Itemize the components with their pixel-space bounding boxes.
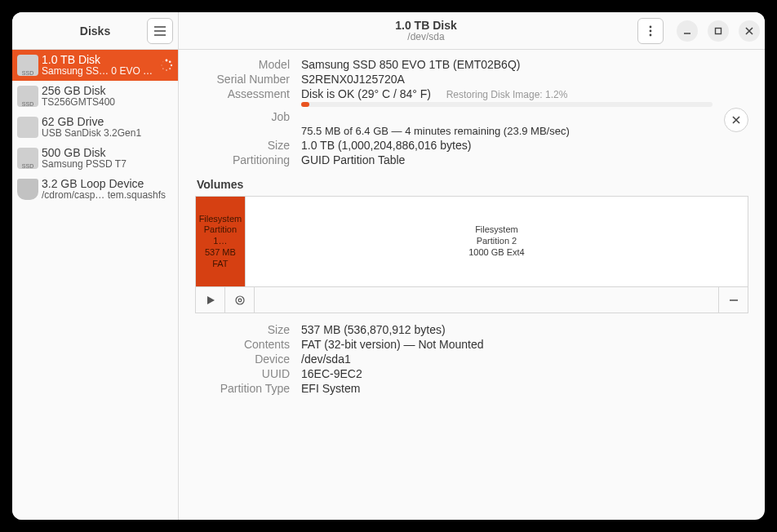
label-partitioning: Partitioning (195, 153, 290, 166)
disk-item-title: 62 GB Drive (42, 115, 173, 128)
mount-button[interactable] (196, 287, 225, 313)
volumes-box: FilesystemPartition 1…537 MB FATFilesyst… (195, 196, 748, 287)
label-vol-contents: Contents (195, 338, 290, 351)
svg-point-4 (166, 69, 167, 71)
volume-title: Filesystem (475, 224, 518, 236)
disk-item-text: 62 GB DriveUSB SanDisk 3.2Gen1 (42, 115, 173, 140)
window-title: 1.0 TB Disk (215, 19, 637, 32)
title-center: 1.0 TB Disk /dev/sda (215, 19, 637, 43)
disk-item-title: 3.2 GB Loop Device (42, 177, 173, 190)
volume-size-label: 1000 GB Ext4 (468, 247, 525, 259)
job-caption: Restoring Disk Image: 1.2% (301, 89, 713, 100)
svg-point-7 (162, 61, 163, 62)
label-assessment: Assessment (195, 87, 290, 100)
volume-details: Size 537 MB (536,870,912 bytes) Contents… (195, 323, 748, 395)
disk-item-title: 500 GB Disk (42, 146, 173, 159)
volume-partition-label: Partition 1… (196, 224, 245, 247)
disk-item-subtitle: Samsung SS… 0 EVO 1TB (42, 66, 157, 78)
loop-drive-icon (17, 179, 38, 200)
svg-point-6 (161, 64, 162, 66)
content: Model Samsung SSD 850 EVO 1TB (EMT02B6Q)… (179, 50, 765, 520)
disk-item-text: 3.2 GB Loop Device/cdrom/casp… tem.squas… (42, 177, 173, 202)
value-vol-device: /dev/sda1 (301, 352, 748, 366)
disk-item-text: 256 GB DiskTS256GMTS400 (42, 84, 173, 109)
label-vol-device: Device (195, 352, 290, 366)
disk-item-text: 1.0 TB DiskSamsung SS… 0 EVO 1TB (42, 53, 157, 78)
value-partitioning: GUID Partition Table (301, 153, 748, 166)
disk-item-text: 500 GB DiskSamsung PSSD T7 (42, 146, 173, 171)
label-vol-ptype: Partition Type (195, 382, 290, 395)
cancel-job-button[interactable] (724, 108, 748, 132)
job-status: 75.5 MB of 6.4 GB — 4 minutes remaining … (301, 125, 713, 137)
ssd-drive-icon: SSD (17, 86, 38, 107)
sidebar-title: Disks (80, 24, 110, 38)
value-serial: S2RENX0J125720A (301, 73, 748, 86)
ssd-drive-icon: SSD (17, 148, 38, 169)
drive-menu-button[interactable] (637, 18, 664, 44)
disk-item-subtitle: Samsung PSSD T7 (42, 159, 173, 171)
value-vol-contents: FAT (32-bit version) — Not Mounted (301, 338, 748, 351)
sidebar-header: Disks (12, 12, 178, 50)
svg-point-13 (238, 299, 242, 302)
volumes-heading: Volumes (197, 178, 748, 191)
svg-point-0 (166, 60, 168, 62)
volumes-toolbar (195, 287, 748, 313)
minimize-icon (683, 27, 691, 35)
disk-item-title: 256 GB Disk (42, 84, 173, 97)
job-progressbar-fill (301, 102, 309, 107)
label-size: Size (195, 139, 290, 152)
close-icon (745, 27, 753, 35)
hamburger-icon (154, 26, 166, 36)
value-vol-size: 537 MB (536,870,912 bytes) (301, 323, 748, 336)
volume-partition[interactable]: FilesystemPartition 21000 GB Ext4 (246, 197, 748, 286)
svg-point-1 (169, 60, 171, 63)
svg-point-9 (650, 29, 652, 32)
disk-item-subtitle: /cdrom/casp… tem.squashfs (42, 190, 173, 202)
toolbar-spacer (255, 287, 718, 313)
close-button[interactable] (739, 20, 760, 42)
delete-partition-button[interactable] (718, 287, 748, 313)
window-subtitle: /dev/sda (215, 32, 637, 43)
minus-icon (729, 295, 739, 305)
svg-point-12 (236, 296, 244, 304)
label-job: Job (195, 102, 290, 123)
busy-spinner-icon (160, 59, 173, 72)
volume-partition-label: Partition 2 (477, 236, 517, 247)
gear-icon (234, 295, 246, 306)
job-progressbar (301, 102, 713, 107)
disk-list-item[interactable]: SSD1.0 TB DiskSamsung SS… 0 EVO 1TB (12, 50, 178, 81)
minimize-button[interactable] (677, 20, 698, 42)
volume-settings-button[interactable] (225, 287, 255, 313)
disk-list: SSD1.0 TB DiskSamsung SS… 0 EVO 1TBSSD25… (12, 50, 178, 520)
ssd-drive-icon: SSD (17, 55, 38, 76)
app-menu-button[interactable] (147, 18, 173, 44)
kebab-icon (649, 25, 652, 37)
cancel-icon (732, 116, 740, 124)
maximize-icon (714, 27, 722, 35)
value-model: Samsung SSD 850 EVO 1TB (EMT02B6Q) (301, 58, 748, 71)
sidebar: Disks SSD1.0 TB DiskSamsung SS… 0 EVO 1T… (12, 12, 179, 520)
app-window: Disks SSD1.0 TB DiskSamsung SS… 0 EVO 1T… (12, 12, 765, 520)
titlebar: 1.0 TB Disk /dev/sda (179, 12, 765, 50)
svg-rect-11 (716, 28, 722, 33)
value-vol-uuid: 16EC-9EC2 (301, 367, 748, 380)
label-vol-uuid: UUID (195, 367, 290, 380)
maximize-button[interactable] (708, 20, 729, 42)
disk-list-item[interactable]: SSD256 GB DiskTS256GMTS400 (12, 81, 178, 112)
value-vol-ptype: EFI System (301, 382, 748, 395)
volume-partition[interactable]: FilesystemPartition 1…537 MB FAT (196, 197, 246, 286)
svg-point-3 (169, 68, 171, 69)
disk-item-subtitle: USB SanDisk 3.2Gen1 (42, 128, 173, 140)
svg-point-2 (171, 64, 172, 66)
volume-size-label: 537 MB FAT (196, 247, 245, 270)
disk-info: Model Samsung SSD 850 EVO 1TB (EMT02B6Q)… (195, 58, 748, 166)
disk-list-item[interactable]: 62 GB DriveUSB SanDisk 3.2Gen1 (12, 112, 178, 143)
usb-drive-icon (17, 117, 38, 138)
svg-point-10 (650, 33, 652, 36)
disk-list-item[interactable]: 3.2 GB Loop Device/cdrom/casp… tem.squas… (12, 174, 178, 205)
svg-point-8 (650, 25, 652, 28)
titlebar-actions (637, 18, 760, 44)
svg-point-5 (162, 68, 164, 69)
disk-list-item[interactable]: SSD500 GB DiskSamsung PSSD T7 (12, 143, 178, 174)
value-size: 1.0 TB (1,000,204,886,016 bytes) (301, 139, 748, 152)
